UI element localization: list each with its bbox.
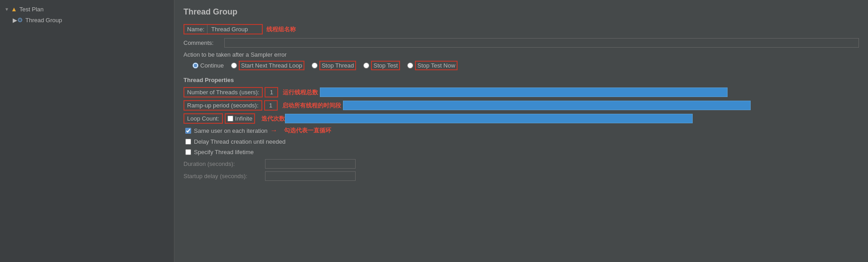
specify-lifetime-label: Specify Thread lifetime bbox=[194, 149, 254, 155]
comments-label: Comments: bbox=[183, 39, 224, 46]
radio-continue-input[interactable] bbox=[193, 63, 198, 68]
specify-lifetime-row: Specify Thread lifetime bbox=[183, 149, 859, 155]
ramp-up-annotation: 启动所有线程的时间段 bbox=[282, 102, 341, 110]
duration-label: Duration (seconds): bbox=[183, 160, 265, 167]
loop-count-label: Loop Count: bbox=[183, 113, 223, 124]
radio-stop-test-input[interactable] bbox=[363, 63, 369, 68]
name-field-box: Name: Thread Group bbox=[183, 24, 263, 34]
radio-stop-thread-input[interactable] bbox=[312, 63, 318, 68]
num-threads-annotation: 运行线程总数 bbox=[283, 88, 318, 97]
delay-thread-label: Delay Thread creation until needed bbox=[194, 138, 285, 145]
comments-input[interactable] bbox=[224, 38, 859, 48]
radio-stop-test-now-input[interactable] bbox=[407, 63, 413, 68]
loop-count-row: Loop Count: Infinite 迭代次数 bbox=[183, 113, 859, 124]
same-user-label: Same user on each iteration bbox=[194, 127, 268, 134]
radio-stop-thread-label: Stop Thread bbox=[319, 61, 356, 70]
sidebar: ▼ ▲ Test Plan ▶ ⚙ Thread Group bbox=[0, 0, 174, 262]
name-value: Thread Group bbox=[207, 25, 262, 34]
test-plan-label: Test Plan bbox=[19, 6, 43, 13]
sidebar-item-test-plan[interactable]: ▼ ▲ Test Plan bbox=[0, 4, 174, 15]
specify-lifetime-checkbox[interactable] bbox=[185, 149, 191, 155]
duration-row: Duration (seconds): bbox=[183, 159, 859, 169]
loop-annotation: 迭代次数 bbox=[261, 115, 285, 123]
thread-properties-title: Thread Properties bbox=[183, 77, 859, 83]
thread-props: Number of Threads (users): 1 运行线程总数 Ramp… bbox=[183, 87, 859, 124]
delay-thread-row: Delay Thread creation until needed bbox=[183, 138, 859, 145]
radio-start-next-label: Start Next Thread Loop bbox=[239, 61, 304, 70]
radio-stop-test-now[interactable]: Stop Test Now bbox=[407, 61, 458, 70]
name-row: Name: Thread Group 线程组名称 bbox=[183, 24, 859, 34]
action-section: Action to be taken after a Sampler error… bbox=[183, 51, 859, 70]
num-threads-value: 1 bbox=[265, 87, 278, 97]
radio-stop-thread[interactable]: Stop Thread bbox=[312, 61, 356, 70]
action-label: Action to be taken after a Sampler error bbox=[183, 51, 859, 58]
infinite-checkbox[interactable] bbox=[227, 116, 233, 121]
radio-start-next-input[interactable] bbox=[231, 63, 237, 68]
expand-icon: ▼ bbox=[5, 7, 9, 12]
same-user-annotation: 勾选代表一直循环 bbox=[284, 126, 331, 135]
expand-icon-thread: ▶ bbox=[13, 17, 17, 24]
name-annotation: 线程组名称 bbox=[266, 25, 296, 34]
startup-delay-row: Startup delay (seconds): bbox=[183, 171, 859, 181]
thread-group-label: Thread Group bbox=[25, 17, 62, 24]
radio-start-next[interactable]: Start Next Thread Loop bbox=[231, 61, 304, 70]
arrow-icon: → bbox=[270, 126, 278, 135]
radio-continue[interactable]: Continue bbox=[193, 62, 224, 69]
loop-input[interactable] bbox=[285, 114, 693, 123]
num-threads-label: Number of Threads (users): bbox=[183, 87, 263, 97]
infinite-box: Infinite bbox=[225, 113, 255, 124]
infinite-label: Infinite bbox=[235, 115, 252, 122]
ramp-up-input[interactable] bbox=[343, 101, 751, 110]
duration-input[interactable] bbox=[265, 159, 356, 169]
radio-continue-label: Continue bbox=[200, 62, 224, 69]
startup-delay-input[interactable] bbox=[265, 171, 356, 181]
delay-thread-checkbox[interactable] bbox=[185, 139, 191, 145]
ramp-up-label: Ramp-up period (seconds): bbox=[183, 100, 262, 111]
comments-row: Comments: bbox=[183, 38, 859, 48]
startup-delay-label: Startup delay (seconds): bbox=[183, 173, 265, 180]
main-content: Thread Group Name: Thread Group 线程组名称 Co… bbox=[174, 0, 868, 262]
ramp-up-value: 1 bbox=[264, 100, 278, 111]
gear-icon: ⚙ bbox=[17, 16, 23, 24]
num-threads-input[interactable] bbox=[320, 87, 728, 97]
radio-group: Continue Start Next Thread Loop Stop Thr… bbox=[183, 61, 859, 70]
same-user-checkbox[interactable] bbox=[185, 128, 191, 134]
radio-stop-test[interactable]: Stop Test bbox=[363, 61, 400, 70]
same-user-row: Same user on each iteration → 勾选代表一直循环 bbox=[183, 126, 859, 135]
page-title: Thread Group bbox=[183, 7, 859, 17]
test-plan-icon: ▲ bbox=[11, 5, 17, 13]
radio-stop-test-now-label: Stop Test Now bbox=[415, 61, 458, 70]
sidebar-item-thread-group[interactable]: ▶ ⚙ Thread Group bbox=[0, 15, 174, 25]
radio-stop-test-label: Stop Test bbox=[371, 61, 400, 70]
num-threads-row: Number of Threads (users): 1 运行线程总数 bbox=[183, 87, 859, 97]
name-label: Name: bbox=[184, 25, 207, 34]
ramp-up-row: Ramp-up period (seconds): 1 启动所有线程的时间段 bbox=[183, 100, 859, 111]
